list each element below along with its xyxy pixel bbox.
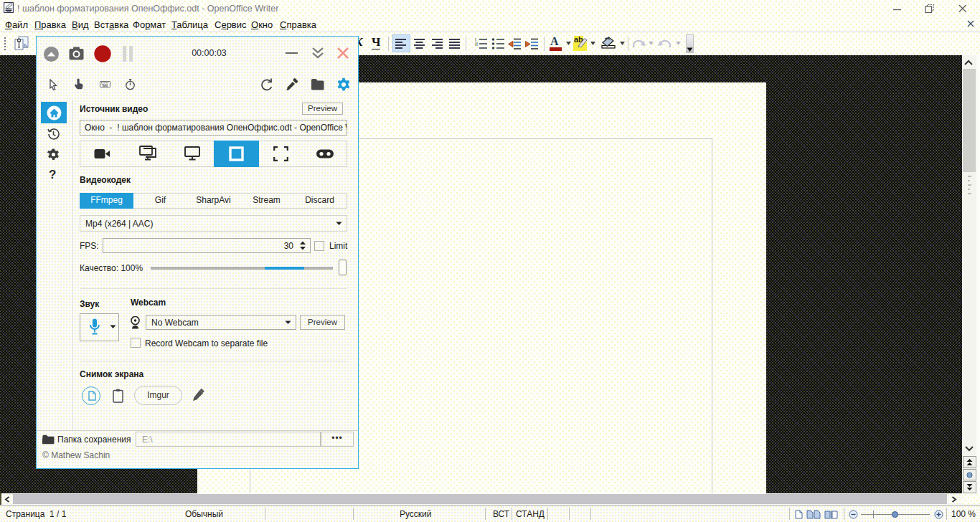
svg-text:II: II bbox=[475, 42, 478, 47]
